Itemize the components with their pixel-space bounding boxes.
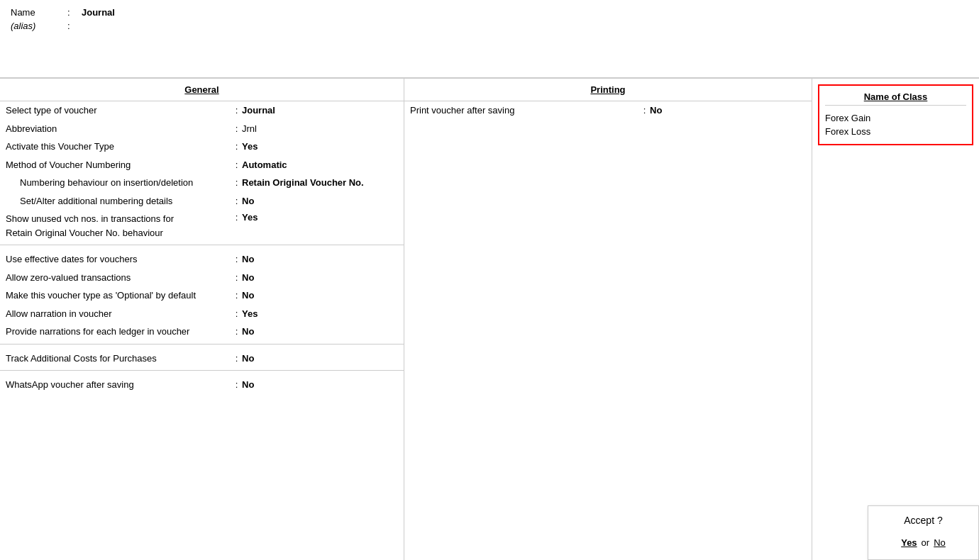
name-value: Journal bbox=[82, 7, 115, 18]
field-narration: Allow narration in voucher : Yes bbox=[0, 305, 404, 323]
alias-colon: : bbox=[67, 21, 82, 31]
field-value-voucher-numbering: Automatic bbox=[242, 158, 398, 172]
field-set-alter-numbering: Set/Alter additional numbering details :… bbox=[0, 192, 404, 211]
field-label-activate-voucher: Activate this Voucher Type bbox=[6, 140, 231, 154]
field-label-print-voucher: Print voucher after saving bbox=[410, 103, 639, 118]
field-label-set-alter-numbering: Set/Alter additional numbering details bbox=[6, 194, 231, 208]
class-item-forex-gain: Forex Gain bbox=[825, 111, 966, 125]
field-value-numbering-behaviour: Retain Original Voucher No. bbox=[242, 176, 398, 190]
alias-label: (alias) bbox=[11, 21, 67, 31]
field-effective-dates: Use effective dates for vouchers : No bbox=[0, 250, 404, 269]
field-label-effective-dates: Use effective dates for vouchers bbox=[6, 252, 231, 267]
field-label-narration: Allow narration in voucher bbox=[6, 307, 231, 321]
field-value-activate-voucher: Yes bbox=[242, 140, 398, 154]
accept-no-button[interactable]: No bbox=[934, 537, 946, 548]
general-header: General bbox=[0, 79, 404, 101]
field-track-costs: Track Additional Costs for Purchases : N… bbox=[0, 349, 404, 368]
printing-header: Printing bbox=[404, 79, 812, 101]
alias-row: (alias) : bbox=[11, 21, 968, 31]
field-value-optional-voucher: No bbox=[242, 289, 398, 303]
field-value-track-costs: No bbox=[242, 352, 398, 366]
field-label-zero-valued: Allow zero-valued transactions bbox=[6, 271, 231, 285]
field-label-whatsapp-voucher: WhatsApp voucher after saving bbox=[6, 378, 231, 392]
accept-yes-button[interactable]: Yes bbox=[901, 537, 917, 548]
field-print-voucher: Print voucher after saving : No bbox=[404, 101, 812, 120]
printing-panel: Printing Print voucher after saving : No bbox=[404, 79, 812, 560]
field-value-select-voucher-type: Journal bbox=[242, 103, 398, 118]
class-box: Name of Class Forex Gain Forex Loss bbox=[818, 84, 973, 145]
separator-3 bbox=[0, 370, 404, 376]
field-label-select-voucher-type: Select type of voucher bbox=[6, 103, 231, 118]
field-whatsapp-voucher: WhatsApp voucher after saving : No bbox=[0, 376, 404, 394]
name-label: Name bbox=[11, 7, 67, 18]
main-content: General Select type of voucher : Journal… bbox=[0, 78, 979, 560]
field-label-numbering-behaviour: Numbering behaviour on insertion/deletio… bbox=[6, 176, 231, 190]
name-row: Name : Journal bbox=[11, 7, 968, 18]
field-value-narration: Yes bbox=[242, 307, 398, 321]
general-panel: General Select type of voucher : Journal… bbox=[0, 79, 404, 560]
accept-dialog: Accept ? Yes or No bbox=[868, 505, 979, 560]
field-value-effective-dates: No bbox=[242, 252, 398, 267]
name-colon: : bbox=[67, 7, 82, 18]
field-value-abbreviation: Jrnl bbox=[242, 122, 398, 136]
field-zero-valued: Allow zero-valued transactions : No bbox=[0, 269, 404, 287]
field-numbering-behaviour: Numbering behaviour on insertion/deletio… bbox=[0, 174, 404, 192]
accept-or-label: or bbox=[922, 537, 930, 548]
field-value-zero-valued: No bbox=[242, 271, 398, 285]
field-narrations-ledger: Provide narrations for each ledger in vo… bbox=[0, 323, 404, 341]
field-abbreviation: Abbreviation : Jrnl bbox=[0, 120, 404, 138]
field-label-voucher-numbering: Method of Voucher Numbering bbox=[6, 158, 231, 172]
separator-2 bbox=[0, 344, 404, 349]
field-optional-voucher: Make this voucher type as 'Optional' by … bbox=[0, 286, 404, 305]
class-item-forex-loss: Forex Loss bbox=[825, 125, 966, 138]
field-value-print-voucher: No bbox=[650, 103, 806, 118]
field-activate-voucher: Activate this Voucher Type : Yes bbox=[0, 138, 404, 156]
header-section: Name : Journal (alias) : bbox=[0, 0, 979, 78]
field-label-narrations-ledger: Provide narrations for each ledger in vo… bbox=[6, 325, 231, 339]
field-show-unused-vch: Show unused vch nos. in transactions for… bbox=[0, 210, 404, 242]
field-voucher-numbering: Method of Voucher Numbering : Automatic bbox=[0, 156, 404, 174]
accept-options: Yes or No bbox=[868, 532, 978, 559]
accept-title: Accept ? bbox=[868, 506, 978, 532]
field-label-abbreviation: Abbreviation bbox=[6, 122, 231, 136]
field-label-show-unused-vch: Show unused vch nos. in transactions for… bbox=[6, 212, 231, 240]
field-label-track-costs: Track Additional Costs for Purchases bbox=[6, 352, 231, 366]
field-value-show-unused-vch: Yes bbox=[242, 212, 398, 223]
field-value-set-alter-numbering: No bbox=[242, 194, 398, 208]
field-label-optional-voucher: Make this voucher type as 'Optional' by … bbox=[6, 289, 231, 303]
class-box-header: Name of Class bbox=[825, 91, 966, 106]
field-value-narrations-ledger: No bbox=[242, 325, 398, 339]
separator-1 bbox=[0, 245, 404, 250]
field-select-voucher-type: Select type of voucher : Journal bbox=[0, 101, 404, 120]
field-value-whatsapp-voucher: No bbox=[242, 378, 398, 392]
class-panel: Name of Class Forex Gain Forex Loss Acce… bbox=[812, 79, 979, 560]
